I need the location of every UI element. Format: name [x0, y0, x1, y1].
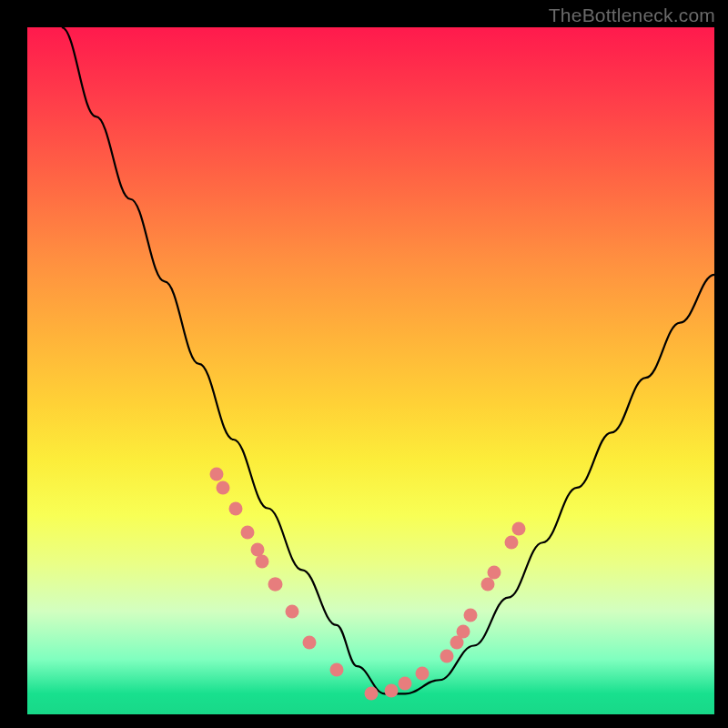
data-dot-left	[269, 577, 283, 591]
data-dot-left	[240, 525, 254, 539]
data-dot-right	[364, 687, 378, 701]
data-dot-right	[511, 522, 525, 536]
data-dot-right	[416, 666, 430, 680]
data-dot-left	[329, 662, 343, 676]
data-dot-left	[256, 554, 269, 568]
data-dot-right	[399, 677, 412, 691]
data-dot-right	[440, 649, 453, 662]
plot-area	[27, 27, 714, 714]
data-dot-left	[217, 480, 230, 494]
data-dot-right	[385, 683, 399, 697]
data-dot-left	[209, 467, 223, 480]
watermark-text: TheBottleneck.com	[549, 5, 715, 26]
data-dot-left	[285, 604, 298, 618]
chart-frame: TheBottleneck.com	[0, 0, 728, 728]
bottleneck-curve	[62, 27, 714, 693]
data-dot-left	[302, 635, 316, 649]
data-dot-right	[505, 536, 519, 550]
data-dot-right	[463, 608, 477, 622]
data-dot-right	[480, 577, 494, 591]
curve-svg	[27, 27, 714, 714]
data-dot-left	[228, 501, 242, 515]
data-dot-right	[488, 565, 501, 579]
data-dot-right	[457, 625, 470, 639]
